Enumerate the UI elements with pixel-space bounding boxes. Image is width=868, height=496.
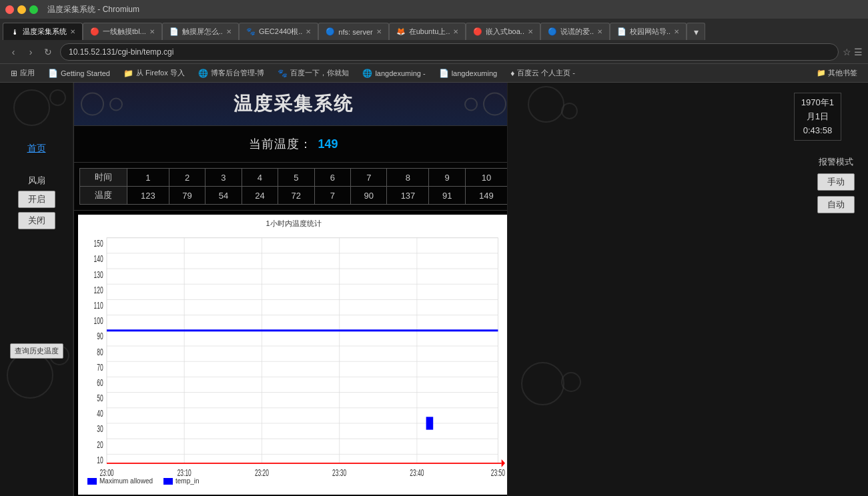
bookmark-baidu[interactable]: 🐾 百度一下，你就知 bbox=[272, 67, 354, 79]
address-input[interactable] bbox=[60, 43, 839, 61]
temp-table-section: 时间 1 2 3 4 5 6 7 8 9 10 温度 123 79 54 bbox=[74, 163, 513, 211]
tab-bar: 🌡 温度采集系统 ✕ 🔴 一线触摸tbl... ✕ 📄 触摸屏怎么.. ✕ 🐾 … bbox=[0, 19, 868, 40]
chart-container: 1小时内温度统计 150 140 130 120 110 100 90 80 7… bbox=[78, 215, 509, 495]
window-controls[interactable] bbox=[5, 5, 38, 14]
table-temp-8: 137 bbox=[387, 187, 429, 205]
tab-close-4[interactable]: ✕ bbox=[376, 28, 382, 35]
bookmark-star-icon[interactable]: ☆ bbox=[843, 47, 851, 57]
bookmark-apps[interactable]: ⊞ 应用 bbox=[5, 67, 40, 79]
web-content: 首页 风扇 开启 关闭 查询历史温度 温度采集系统 bbox=[0, 83, 868, 496]
query-history-button[interactable]: 查询历史温度 bbox=[10, 343, 63, 359]
tab-close-2[interactable]: ✕ bbox=[226, 28, 232, 35]
chart-legend: Maximum allowed temp_in bbox=[82, 476, 505, 486]
center-content: 温度采集系统 当前温度： 149 时间 1 2 3 bbox=[73, 83, 514, 496]
tab-label-7: 说谎的爱.. bbox=[560, 27, 594, 37]
legend-max-color bbox=[87, 478, 97, 485]
tab-8[interactable]: 📄 校园网站导.. ✕ bbox=[610, 23, 687, 40]
tab-close-3[interactable]: ✕ bbox=[306, 28, 311, 35]
tab-icon-4: 🔵 bbox=[326, 27, 335, 37]
table-temp-6: 7 bbox=[314, 187, 350, 205]
tab-close-6[interactable]: ✕ bbox=[528, 28, 533, 35]
svg-text:130: 130 bbox=[94, 269, 103, 280]
close-button[interactable] bbox=[5, 5, 14, 14]
svg-text:60: 60 bbox=[97, 377, 103, 388]
tab-label-6: 嵌入式boa.. bbox=[486, 27, 524, 37]
fan-on-button[interactable]: 开启 bbox=[18, 191, 55, 208]
alarm-manual-button[interactable]: 手动 bbox=[817, 173, 855, 191]
home-link[interactable]: 首页 bbox=[27, 143, 46, 155]
table-temp-3: 54 bbox=[205, 187, 242, 205]
tab-active[interactable]: 🌡 温度采集系统 ✕ bbox=[3, 23, 83, 40]
tab-7[interactable]: 🔵 说谎的爱.. ✕ bbox=[540, 23, 610, 40]
table-temp-4: 24 bbox=[242, 187, 278, 205]
tab-2[interactable]: 📄 触摸屏怎么.. ✕ bbox=[162, 23, 239, 40]
table-time-10: 10 bbox=[465, 169, 507, 187]
apps-icon: ⊞ bbox=[11, 69, 17, 78]
nav-buttons: ‹ › ↻ bbox=[5, 44, 56, 60]
datetime-display: 1970年1 月1日 0:43:58 bbox=[794, 93, 841, 141]
reload-button[interactable]: ↻ bbox=[40, 44, 56, 60]
bookmark-langdexuming2[interactable]: 📄 langdexuming bbox=[434, 67, 503, 79]
svg-text:110: 110 bbox=[94, 299, 103, 311]
forward-button[interactable]: › bbox=[23, 44, 39, 60]
tab-close-7[interactable]: ✕ bbox=[597, 28, 602, 35]
current-temp-section: 当前温度： 149 bbox=[74, 126, 513, 163]
legend-max-label: Maximum allowed bbox=[99, 477, 153, 485]
svg-text:90: 90 bbox=[97, 331, 103, 342]
tab-label-3: GEC2440根.. bbox=[259, 27, 302, 37]
legend-max: Maximum allowed bbox=[87, 477, 153, 485]
tab-icon-5: 🦊 bbox=[396, 27, 406, 37]
tab-3[interactable]: 🐾 GEC2440根.. ✕ bbox=[239, 23, 318, 40]
svg-text:80: 80 bbox=[97, 346, 103, 357]
bookmark-baiduyun[interactable]: ♦ 百度云 个人主页 - bbox=[505, 67, 580, 79]
table-time-3: 3 bbox=[205, 169, 242, 187]
temp-table: 时间 1 2 3 4 5 6 7 8 9 10 温度 123 79 54 bbox=[79, 168, 508, 205]
tab-close-1[interactable]: ✕ bbox=[149, 28, 155, 35]
svg-text:23:20: 23:20 bbox=[255, 467, 269, 477]
tab-close-8[interactable]: ✕ bbox=[674, 28, 679, 35]
back-button[interactable]: ‹ bbox=[5, 44, 21, 60]
menu-icon[interactable]: ☰ bbox=[854, 47, 863, 57]
getting-started-icon: 📄 bbox=[48, 69, 58, 78]
svg-text:10: 10 bbox=[97, 454, 103, 465]
tab-close-active[interactable]: ✕ bbox=[70, 28, 75, 35]
firefox-icon: 📁 bbox=[123, 69, 133, 78]
tab-icon-2: 📄 bbox=[169, 27, 179, 37]
chart-title: 1小时内温度统计 bbox=[82, 219, 505, 229]
minimize-button[interactable] bbox=[17, 5, 26, 14]
bookmark-blog-admin[interactable]: 🌐 博客后台管理-博 bbox=[193, 67, 270, 79]
maximize-button[interactable] bbox=[29, 5, 38, 14]
tab-1[interactable]: 🔴 一线触摸tbl... ✕ bbox=[83, 23, 162, 40]
bookmarks-more[interactable]: 📁 其他书签 bbox=[811, 67, 863, 79]
gear-right-bottom-small bbox=[561, 372, 581, 392]
table-temp-1: 123 bbox=[127, 187, 169, 205]
tab-close-5[interactable]: ✕ bbox=[453, 28, 458, 35]
tab-5[interactable]: 🦊 在ubuntu上.. ✕ bbox=[389, 23, 466, 40]
table-time-1: 1 bbox=[127, 169, 169, 187]
bookmark-firefox-import[interactable]: 📁 从 Firefox 导入 bbox=[118, 67, 190, 79]
tab-icon-7: 🔵 bbox=[548, 27, 557, 37]
tab-icon-1: 🔴 bbox=[90, 27, 99, 37]
tab-6[interactable]: 🔴 嵌入式boa.. ✕ bbox=[466, 23, 540, 40]
baiduyun-icon: ♦ bbox=[510, 69, 514, 78]
legend-temp-color bbox=[163, 478, 173, 485]
svg-text:150: 150 bbox=[94, 238, 103, 249]
fan-off-button[interactable]: 关闭 bbox=[18, 212, 55, 229]
table-temp-2: 79 bbox=[169, 187, 205, 205]
table-time-8: 8 bbox=[387, 169, 429, 187]
bookmark-getting-started[interactable]: 📄 Getting Started bbox=[43, 67, 115, 79]
tab-label-5: 在ubuntu上.. bbox=[409, 27, 450, 37]
left-panel: 首页 风扇 开启 关闭 查询历史温度 bbox=[0, 83, 73, 496]
table-header-time: 时间 bbox=[80, 169, 127, 187]
table-temp-7: 90 bbox=[351, 187, 387, 205]
svg-rect-47 bbox=[426, 417, 434, 429]
alarm-auto-button[interactable]: 自动 bbox=[817, 196, 855, 213]
table-time-6: 6 bbox=[314, 169, 350, 187]
svg-text:100: 100 bbox=[94, 315, 103, 326]
tab-more-button[interactable]: ▾ bbox=[687, 23, 705, 40]
tab-4[interactable]: 🔵 nfs: server ✕ bbox=[318, 23, 388, 40]
gear-right-bottom bbox=[521, 362, 564, 405]
bookmark-langdexuming1[interactable]: 🌐 langdexuming - bbox=[357, 67, 430, 79]
alarm-mode-label: 报警模式 bbox=[819, 156, 853, 168]
table-temp-10: 149 bbox=[465, 187, 507, 205]
